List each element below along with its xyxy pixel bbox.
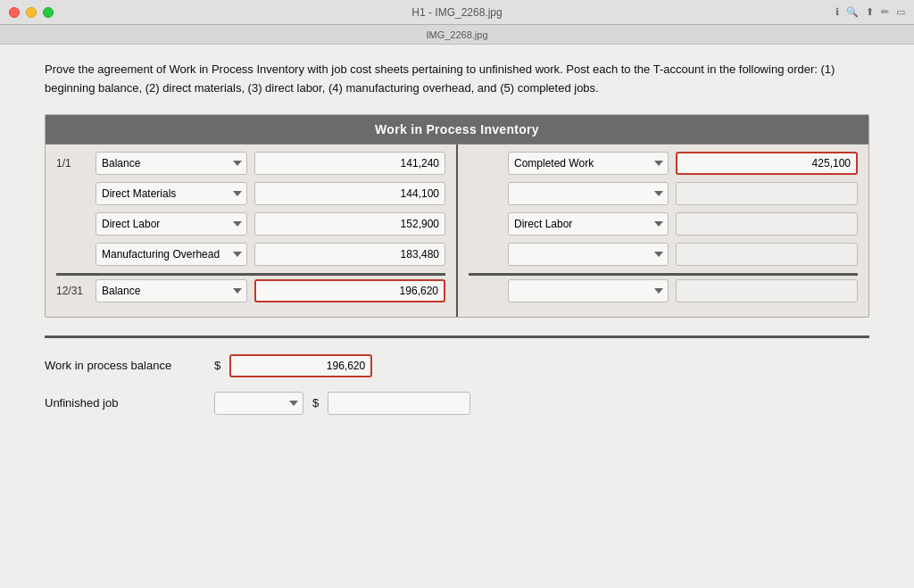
left-divider (56, 273, 445, 276)
left-amount-1[interactable] (254, 152, 445, 175)
right-amount-4[interactable] (676, 243, 858, 266)
search-icon: 🔍 (846, 6, 859, 18)
left-amount-balance[interactable] (254, 279, 445, 302)
table-row (469, 243, 858, 266)
left-amount-2[interactable] (254, 182, 445, 205)
left-select-1[interactable]: Balance (96, 152, 247, 175)
left-amount-4[interactable] (254, 243, 445, 266)
right-amount-balance[interactable] (676, 279, 858, 302)
close-button[interactable] (9, 7, 20, 18)
titlebar: H1 - IMG_2268.jpg ℹ 🔍 ⬆ ✏ ▭ (0, 0, 914, 25)
bottom-section: Work in process balance $ Unfinished job… (45, 354, 869, 415)
table-row (469, 279, 858, 302)
work-in-process-input[interactable] (229, 354, 372, 377)
maximize-button[interactable] (43, 7, 54, 18)
left-select-balance[interactable]: Balance (96, 279, 247, 302)
t-account-container: Work in Process Inventory 1/1 Balance Di… (45, 114, 869, 318)
left-select-2[interactable]: Direct Materials (96, 182, 247, 205)
left-select-3[interactable]: Direct Labor (96, 212, 247, 236)
table-row: 1/1 Balance (56, 152, 445, 175)
t-account-left: 1/1 Balance Direct Materials (46, 145, 458, 317)
window-title: H1 - IMG_2268.jpg (411, 6, 502, 19)
left-amount-3[interactable] (254, 212, 445, 236)
table-row: Direct Labor (56, 212, 445, 236)
table-row: Direct Labor (469, 212, 858, 236)
table-row: 12/31 Balance (56, 279, 445, 302)
instruction-text: Prove the agreement of Work in Process I… (45, 61, 869, 98)
right-select-1[interactable]: Completed Work (508, 152, 669, 175)
filename-bar: IMG_2268.jpg (0, 25, 914, 45)
titlebar-icons: ℹ 🔍 ⬆ ✏ ▭ (835, 6, 905, 18)
right-amount-1[interactable] (676, 152, 858, 175)
unfinished-job-row: Unfinished job $ (45, 392, 869, 415)
right-select-3[interactable]: Direct Labor (508, 212, 669, 236)
right-amount-2[interactable] (676, 182, 858, 205)
edit-icon: ✏ (881, 6, 889, 18)
share-icon: ⬆ (866, 6, 874, 18)
right-select-balance[interactable] (508, 279, 669, 302)
right-select-4[interactable] (508, 243, 669, 266)
row-date-1: 1/1 (56, 157, 88, 170)
left-select-4[interactable]: Manufacturing Overhead (96, 243, 247, 266)
table-row: Direct Materials (56, 182, 445, 205)
work-in-process-label: Work in process balance (45, 359, 205, 372)
unfinished-job-select[interactable] (214, 392, 303, 415)
right-divider (469, 273, 858, 276)
t-account-right: Completed Work Direct Labor (458, 145, 868, 317)
table-row: Completed Work (469, 152, 858, 175)
info-icon: ℹ (835, 6, 839, 18)
unfinished-job-input[interactable] (328, 392, 470, 415)
t-account-body: 1/1 Balance Direct Materials (46, 144, 868, 317)
row-date-balance: 12/31 (56, 285, 88, 297)
main-divider (45, 335, 869, 338)
unfinished-job-label: Unfinished job (45, 396, 205, 410)
minimize-button[interactable] (26, 7, 37, 18)
work-in-process-row: Work in process balance $ (45, 354, 869, 377)
filename-label: IMG_2268.jpg (426, 29, 487, 40)
t-account-title: Work in Process Inventory (46, 115, 868, 144)
wip-dollar-sign: $ (214, 359, 220, 372)
unfinished-dollar-sign: $ (312, 396, 319, 410)
right-select-2[interactable] (508, 182, 669, 205)
right-amount-3[interactable] (676, 212, 858, 236)
sidebar-icon: ▭ (896, 6, 905, 18)
main-content: Prove the agreement of Work in Process I… (0, 45, 914, 588)
table-row (469, 182, 858, 205)
table-row: Manufacturing Overhead (56, 243, 445, 266)
